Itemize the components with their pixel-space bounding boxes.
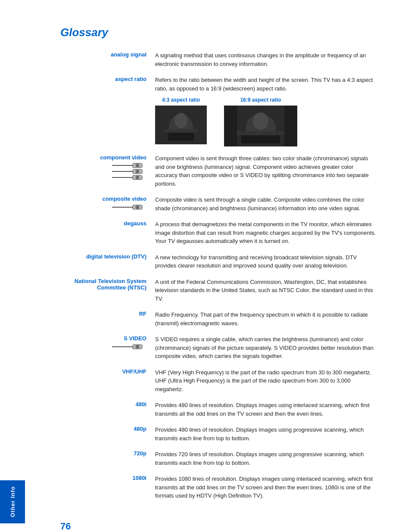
glossary-definition: Radio Frequency. That part of the freque… [155,311,377,335]
glossary-term: VHF/UHF [60,368,155,401]
glossary-definition: A unit of the Federal Communications Com… [155,278,377,311]
svg-point-23 [137,177,138,178]
aspect-ratio-43-image [155,106,207,144]
glossary-term: aspect ratio [60,76,155,154]
sidebar: Other Info [0,480,25,523]
glossary-row: S VIDEO S VIDEO requires a single cable,… [60,335,377,368]
svg-rect-9 [235,131,286,135]
glossary-term: degauss [60,220,155,253]
page-content: Glossary analog signalA signaling method… [26,0,411,532]
aspect-ratio-43-block: 4:3 aspect ratio [155,96,207,146]
svg-point-2 [174,113,187,128]
glossary-term: 480i [60,401,155,426]
glossary-row: composite video Composite video is sent … [60,196,377,220]
glossary-definition: Refers to the ratio between the width an… [155,76,377,154]
glossary-row: analog signalA signaling method that use… [60,51,377,76]
glossary-definition: S VIDEO requires a single cable, which c… [155,335,377,368]
glossary-definition: Provides 480 lines of resolution. Displa… [155,426,377,450]
aspect-ratio-169-label: 16:9 aspect ratio [224,96,297,104]
glossary-term: analog signal [60,51,155,76]
svg-point-15 [137,165,138,166]
page-title: Glossary [60,26,377,39]
svg-rect-8 [241,135,280,143]
aspect-ratio-169-image [224,106,297,146]
svg-rect-11 [284,106,297,146]
aspect-ratio-images: 4:3 aspect ratio 16:9 aspect ratio [155,96,377,146]
glossary-definition: A new technology for transmitting and re… [155,253,377,278]
glossary-term: 1080i [60,475,155,508]
glossary-term: digital television (DTV) [60,253,155,278]
glossary-row: 720pProvides 720 lines of resolution. Di… [60,450,377,475]
glossary-term: component video [60,154,155,196]
composite-video-icon [60,204,146,212]
glossary-row: digital television (DTV)A new technology… [60,253,377,278]
glossary-row: degaussA process that demagnetizes the m… [60,220,377,253]
glossary-row: 480iProvides 480 lines of resolution. Di… [60,401,377,426]
glossary-term: composite video [60,196,155,220]
aspect-ratio-43-label: 4:3 aspect ratio [155,96,207,104]
glossary-definition: Component video is sent through three ca… [155,154,377,196]
glossary-definition: Provides 1080 lines of resolution. Displ… [155,475,377,508]
glossary-term: 480p [60,426,155,450]
glossary-definition: VHF (Very High Frequency) is the part of… [155,368,377,401]
svideo-icon [60,343,146,352]
svg-point-31 [137,346,138,348]
glossary-definition: Provides 480 lines of resolution. Displa… [155,401,377,426]
glossary-row: 480pProvides 480 lines of resolution. Di… [60,426,377,450]
svg-point-7 [253,112,268,130]
glossary-term: 720p [60,450,155,475]
svg-rect-10 [224,106,237,146]
glossary-row: RFRadio Frequency. That part of the freq… [60,311,377,335]
glossary-term: National Television SystemCommittee (NTS… [60,278,155,311]
svg-rect-4 [164,129,198,133]
glossary-row: National Television SystemCommittee (NTS… [60,278,377,311]
svg-rect-3 [168,132,194,141]
glossary-row: component video [60,154,377,196]
page-number: 76 [60,521,377,532]
svg-point-27 [137,207,138,208]
svg-point-19 [137,171,138,172]
glossary-definition: A signaling method that uses continuous … [155,51,377,76]
glossary-row: VHF/UHFVHF (Very High Frequency) is the … [60,368,377,401]
glossary-row: 1080iProvides 1080 lines of resolution. … [60,475,377,508]
glossary-row: aspect ratioRefers to the ratio between … [60,76,377,154]
glossary-term: RF [60,311,155,335]
glossary-term: S VIDEO [60,335,155,368]
aspect-ratio-169-block: 16:9 aspect ratio [224,96,297,146]
glossary-definition: A process that demagnetizes the metal co… [155,220,377,253]
glossary-table: analog signalA signaling method that use… [60,51,377,508]
component-video-icon [60,162,146,182]
glossary-definition: Composite video is sent through a single… [155,196,377,220]
glossary-definition: Provides 720 lines of resolution. Displa… [155,450,377,475]
sidebar-label: Other Info [9,486,16,517]
